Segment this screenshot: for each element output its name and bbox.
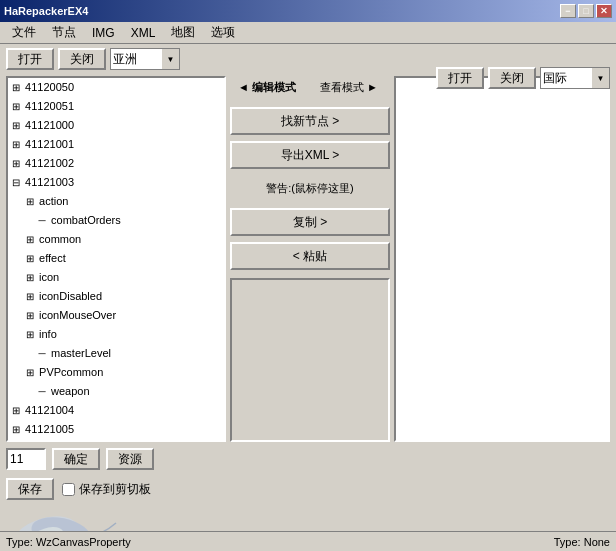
save-clipboard-text: 保存到剪切板 [79,481,151,498]
tree-expander: ⊞ [10,99,22,115]
tree-expander: ─ [36,213,48,229]
tree-item[interactable]: ⊞ 41121005 [8,420,224,439]
export-xml-button[interactable]: 导出XML > [230,141,390,169]
tree-item[interactable]: ⊞ 41121000 [8,116,224,135]
right-close-button[interactable]: 关闭 [488,67,536,89]
menu-map[interactable]: 地图 [163,22,203,43]
warning-box: 警告:(鼠标停这里) [230,177,390,200]
right-panel [394,76,610,442]
menu-bar: 文件 节点 IMG XML 地图 选项 [0,22,616,44]
minimize-button[interactable]: − [560,4,576,18]
title-bar: HaRepackerEX4 − □ ✕ [0,0,616,22]
tree-item-label: 41121001 [25,138,74,150]
tree-item-label: PVPcommon [39,366,103,378]
center-text-area [230,278,390,442]
tree-item[interactable]: ⊞ icon [8,268,224,287]
right-open-button[interactable]: 打开 [436,67,484,89]
tree-expander: ⊞ [10,137,22,153]
left-close-button[interactable]: 关闭 [58,48,106,70]
tree-expander: ⊞ [24,308,36,324]
view-mode-tab[interactable]: 查看模式 ► [314,78,384,97]
warning-text: 警告:(鼠标停这里) [266,182,353,194]
menu-xml[interactable]: XML [123,24,164,42]
left-panel: ⊞ 41120050 ⊞ 41120051 ⊞ 41121000 ⊞ 41121… [6,76,226,442]
tree-expander: ─ [36,384,48,400]
tree-item-label: 41121004 [25,404,74,416]
left-open-button[interactable]: 打开 [6,48,54,70]
status-left: Type: WzCanvasProperty [6,536,131,548]
right-region-arrow[interactable]: ▼ [592,67,610,89]
close-button[interactable]: ✕ [596,4,612,18]
status-bar: Type: WzCanvasProperty Type: None [0,531,616,551]
tree-item[interactable]: ⊞ iconDisabled [8,287,224,306]
tree-item-label: iconDisabled [39,290,102,302]
tree-item-label: icon [39,271,59,283]
copy-button[interactable]: 复制 > [230,208,390,236]
tree-item[interactable]: ⊞ 41121009 [8,439,224,440]
maximize-button[interactable]: □ [578,4,594,18]
tree-item-label: action [39,195,68,207]
tree-item[interactable]: ⊟ 41121003 [8,173,224,192]
save-row: 保存 保存到剪切板 [0,474,616,504]
tree-item-label: iconMouseOver [39,309,116,321]
status-right: Type: None [554,536,610,548]
right-region-wrapper: 亚洲 国际 ▼ [540,67,610,89]
tree-item[interactable]: ⊞ 41121002 [8,154,224,173]
center-btn-area: 找新节点 > 导出XML > [230,103,390,173]
tree-expander: ⊞ [24,232,36,248]
tree-item[interactable]: ⊞ PVPcommon [8,363,224,382]
tree-item[interactable]: ⊞ common [8,230,224,249]
tree-expander: ─ [36,346,48,362]
tree-expander: ⊞ [24,327,36,343]
tree-item[interactable]: ─ masterLevel [8,344,224,363]
mode-tabs: ◄ 编辑模式 查看模式 ► [230,76,390,99]
find-node-button[interactable]: 找新节点 > [230,107,390,135]
tree-item-label: masterLevel [51,347,111,359]
tree-item-label: combatOrders [51,214,121,226]
save-clipboard-label[interactable]: 保存到剪切板 [62,481,151,498]
tree-item[interactable]: ⊞ effect [8,249,224,268]
menu-options[interactable]: 选项 [203,22,243,43]
tree-item[interactable]: ─ combatOrders [8,211,224,230]
tree-item[interactable]: ⊞ 41120050 [8,78,224,97]
title-bar-buttons: − □ ✕ [560,4,612,18]
window-title: HaRepackerEX4 [4,5,88,17]
save-clipboard-checkbox[interactable] [62,483,75,496]
menu-node[interactable]: 节点 [44,22,84,43]
tree-item-label: 41121002 [25,157,74,169]
left-toolbar: 打开 关闭 亚洲 国际 ▼ 打开 关闭 亚洲 国际 ▼ [0,44,616,74]
paste-button[interactable]: < 粘贴 [230,242,390,270]
menu-file[interactable]: 文件 [4,22,44,43]
tree-item-label: 41121005 [25,423,74,435]
tree-expander: ⊞ [10,118,22,134]
tree-container: ⊞ 41120050 ⊞ 41120051 ⊞ 41121000 ⊞ 41121… [6,76,226,442]
tree-item[interactable]: ⊞ 41121001 [8,135,224,154]
tree-scroll[interactable]: ⊞ 41120050 ⊞ 41120051 ⊞ 41121000 ⊞ 41121… [8,78,224,440]
center-panel: ◄ 编辑模式 查看模式 ► 找新节点 > 导出XML > 警告:(鼠标停这里) … [230,76,390,442]
tree-item-label: common [39,233,81,245]
confirm-button[interactable]: 确定 [52,448,100,470]
number-input[interactable] [6,448,46,470]
tree-item-label: 41120050 [25,81,74,93]
tree-item-label: weapon [51,385,90,397]
tree-item[interactable]: ⊞ 41121004 [8,401,224,420]
save-button[interactable]: 保存 [6,478,54,500]
bottom-toolbar: 确定 资源 [0,444,616,474]
tree-item[interactable]: ─ weapon [8,382,224,401]
tree-expander: ⊞ [10,156,22,172]
tree-item[interactable]: ⊞ action [8,192,224,211]
resource-button[interactable]: 资源 [106,448,154,470]
tree-expander: ⊞ [10,422,22,438]
tree-expander: ⊞ [24,251,36,267]
tree-item-label: 41121003 [25,176,74,188]
edit-mode-tab[interactable]: ◄ 编辑模式 [232,78,302,97]
tree-item[interactable]: ⊞ info [8,325,224,344]
tree-item[interactable]: ⊞ 41120051 [8,97,224,116]
menu-img[interactable]: IMG [84,24,123,42]
right-toolbar: 打开 关闭 亚洲 国际 ▼ [436,67,610,89]
tree-expander: ⊞ [24,194,36,210]
left-region-arrow[interactable]: ▼ [162,48,180,70]
copy-paste-area: 复制 > < 粘贴 [230,204,390,274]
tree-item-label: effect [39,252,66,264]
tree-item[interactable]: ⊞ iconMouseOver [8,306,224,325]
